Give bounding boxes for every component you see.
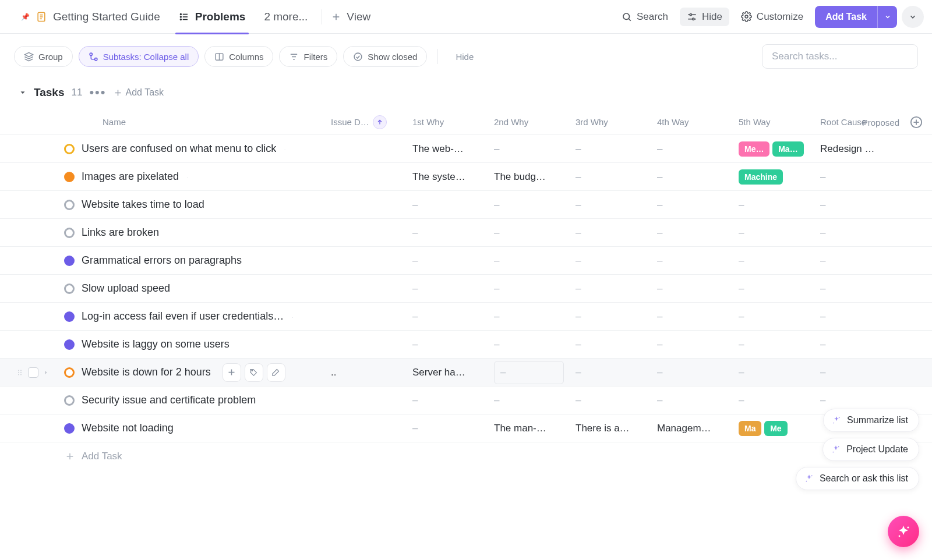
status-dot[interactable]	[64, 172, 75, 182]
cell-root-cause[interactable]: Me… Ma…	[734, 141, 816, 157]
cell-1st-why[interactable]: –	[408, 283, 489, 295]
cell-2nd-why[interactable]: –	[489, 255, 571, 267]
status-dot[interactable]	[64, 256, 75, 266]
cell-1st-why[interactable]: The web-…	[408, 143, 489, 155]
expand-caret-icon[interactable]	[43, 370, 49, 375]
table-row[interactable]: Log-in access fail even if user credenti…	[0, 303, 932, 331]
status-dot[interactable]	[64, 423, 75, 434]
task-name[interactable]: Security issue and certificate problem	[82, 394, 256, 406]
col-2nd-why[interactable]: 2nd Why	[494, 117, 528, 127]
task-name[interactable]: Website not loading	[82, 422, 174, 434]
search-tasks-input[interactable]	[762, 44, 918, 69]
cell-3rd-why[interactable]: There is a…	[571, 423, 652, 434]
col-name[interactable]: Name	[103, 117, 126, 127]
cell-3rd-why[interactable]: –	[571, 199, 652, 211]
cell-3rd-why[interactable]: –	[571, 283, 652, 295]
status-dot[interactable]	[64, 144, 75, 154]
filters-chip[interactable]: Filters	[279, 46, 337, 67]
cell-root-cause[interactable]: Machine	[734, 169, 816, 185]
cell-proposed[interactable]: –	[816, 395, 897, 406]
task-name[interactable]: Log-in access fail even if user credenti…	[82, 310, 284, 322]
add-subtask-button[interactable]	[223, 363, 241, 382]
cell-1st-why[interactable]: –	[408, 255, 489, 267]
drag-handle-icon[interactable]	[16, 368, 23, 377]
section-more-button[interactable]: •••	[89, 85, 106, 100]
cell-root-cause[interactable]: –	[734, 367, 816, 378]
cell-root-cause[interactable]: –	[734, 395, 816, 406]
columns-chip[interactable]: Columns	[204, 46, 273, 67]
cell-3rd-why[interactable]: –	[571, 339, 652, 350]
status-dot[interactable]	[64, 367, 75, 378]
add-view-button[interactable]: View	[327, 0, 380, 34]
root-cause-tag[interactable]: Me…	[739, 141, 769, 157]
root-cause-tag[interactable]: Ma	[739, 421, 761, 436]
cell-2nd-why[interactable]: –	[489, 361, 571, 384]
cell-proposed[interactable]: –	[816, 199, 897, 211]
hide-button[interactable]: Hide	[680, 8, 729, 26]
tag-button[interactable]	[245, 363, 263, 382]
cell-proposed[interactable]: Redesign …	[816, 143, 897, 155]
cell-1st-why[interactable]: The syste…	[408, 171, 489, 183]
col-issue-date[interactable]: Issue D…	[331, 117, 369, 127]
add-column-button[interactable]	[910, 116, 923, 129]
cell-1st-why[interactable]: –	[408, 395, 489, 406]
cell-2nd-why[interactable]: –	[489, 283, 571, 295]
status-dot[interactable]	[64, 339, 75, 350]
ai-summarize-chip[interactable]: Summarize list	[823, 409, 919, 432]
task-name[interactable]: Grammatical errors on paragraphs	[82, 254, 242, 267]
cell-1st-why[interactable]: –	[408, 227, 489, 239]
task-name[interactable]: Slow upload speed	[82, 282, 170, 295]
cell-2nd-why[interactable]: –	[489, 227, 571, 239]
table-row[interactable]: Website not loading–The man-…There is a……	[0, 414, 932, 442]
root-cause-tag[interactable]: Me	[764, 421, 787, 436]
col-1st-why[interactable]: 1st Why	[412, 117, 444, 127]
cell-2nd-why[interactable]: The man-…	[489, 423, 571, 434]
customize-button[interactable]: Customize	[734, 8, 810, 26]
cell-1st-why[interactable]: –	[408, 423, 489, 434]
cell-3rd-why[interactable]: –	[571, 255, 652, 267]
cell-4th-way[interactable]: –	[652, 311, 734, 322]
cell-3rd-why[interactable]: –	[571, 143, 652, 155]
cell-3rd-why[interactable]: –	[571, 311, 652, 322]
more-menu-button[interactable]	[902, 6, 924, 28]
add-task-button[interactable]: Add Task	[815, 6, 897, 28]
cell-4th-way[interactable]: –	[652, 255, 734, 267]
cell-1st-why[interactable]: –	[408, 311, 489, 322]
cell-proposed[interactable]: –	[816, 311, 897, 322]
root-cause-tag[interactable]: Machine	[739, 169, 783, 185]
cell-root-cause[interactable]: –	[734, 255, 816, 267]
cell-1st-why[interactable]: –	[408, 199, 489, 211]
table-row[interactable]: Website takes time to load––––––	[0, 191, 932, 219]
sort-asc-icon[interactable]	[373, 115, 387, 129]
table-row[interactable]: Security issue and certificate problem––…	[0, 387, 932, 414]
table-row[interactable]: Images are pixelated.The syste…The budg……	[0, 163, 932, 191]
cell-proposed[interactable]: –	[816, 227, 897, 239]
cell-3rd-why[interactable]: –	[571, 171, 652, 183]
col-root-cause[interactable]: Root Cause	[820, 117, 866, 127]
cell-proposed[interactable]: –	[816, 283, 897, 295]
cell-4th-way[interactable]: –	[652, 227, 734, 239]
add-task-row[interactable]: Add Task	[0, 442, 932, 470]
cell-3rd-why[interactable]: –	[571, 367, 652, 378]
cell-root-cause[interactable]: –	[734, 283, 816, 295]
table-row[interactable]: Website is down for 2 hours..Server ha…–…	[0, 359, 932, 387]
col-3rd-why[interactable]: 3rd Why	[576, 117, 608, 127]
cell-root-cause[interactable]: –	[734, 199, 816, 211]
toolbar-hide-button[interactable]: Hide	[449, 52, 481, 62]
task-name[interactable]: Users are confused on what menu to click	[82, 143, 276, 155]
status-dot[interactable]	[64, 311, 75, 322]
tab-more-views[interactable]: 2 more...	[255, 0, 317, 34]
cell-2nd-why[interactable]: –	[489, 143, 571, 155]
search-button[interactable]: Search	[615, 8, 675, 26]
group-chip[interactable]: Group	[14, 46, 73, 67]
cell-root-cause[interactable]: –	[734, 339, 816, 350]
subtasks-chip[interactable]: Subtasks: Collapse all	[79, 46, 199, 67]
col-5th-way[interactable]: 5th Way	[739, 117, 770, 127]
col-proposed[interactable]: Proposed	[862, 118, 899, 127]
cell-proposed[interactable]: –	[816, 255, 897, 267]
task-name[interactable]: Images are pixelated	[82, 171, 179, 183]
status-dot[interactable]	[64, 228, 75, 238]
cell-3rd-why[interactable]: –	[571, 395, 652, 406]
root-cause-tag[interactable]: Ma…	[772, 141, 803, 157]
section-add-task-button[interactable]: Add Task	[114, 87, 164, 98]
